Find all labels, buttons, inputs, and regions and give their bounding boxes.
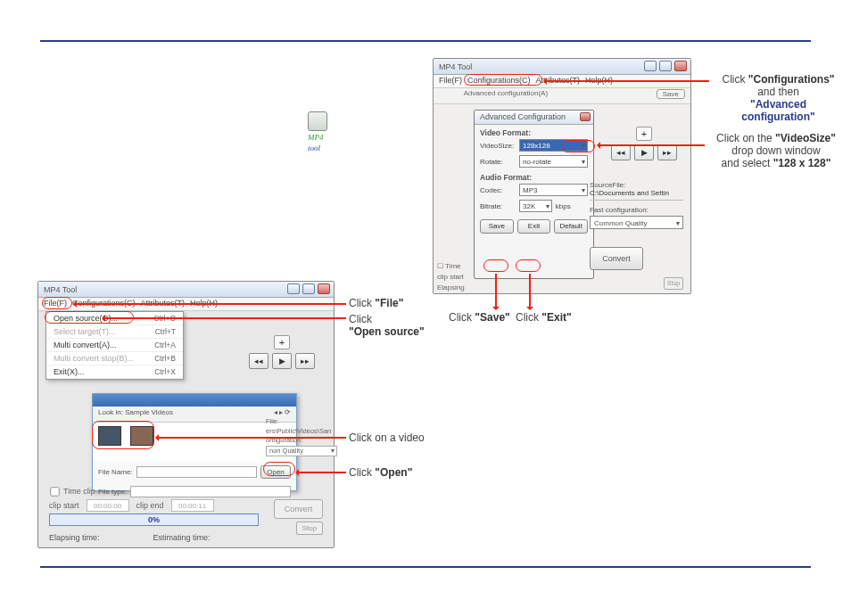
convert-button[interactable]: Convert <box>590 247 643 270</box>
arrow-video <box>156 437 346 439</box>
arrow-save <box>495 274 497 309</box>
filetype-label: File type: <box>98 488 127 496</box>
plus-button[interactable]: + <box>636 127 652 141</box>
top-rule <box>40 40 811 42</box>
menu-configurations[interactable]: Configurations(C) <box>467 76 531 86</box>
annotation-file: Click "File" <box>349 297 403 309</box>
forward-button[interactable]: ▸▸ <box>657 144 677 160</box>
close-button[interactable] <box>318 283 330 294</box>
audio-format-heading: Audio Format: <box>475 169 593 182</box>
video-format-heading: Video Format: <box>475 125 593 137</box>
arrow-open-source <box>103 317 346 319</box>
toolbar-adv-link[interactable]: Advanced configuration(A) <box>464 89 548 97</box>
minimize-button[interactable] <box>644 61 657 71</box>
dialog-title: Advanced Configuration <box>475 111 593 125</box>
rotate-select[interactable]: no-rotate <box>519 155 588 168</box>
annotation-open: Click "Open" <box>349 466 412 479</box>
progress-bar: 0% <box>49 513 259 526</box>
playback-controls: + ◂◂ ▶ ▸▸ <box>607 127 682 160</box>
arrow-file <box>74 303 346 305</box>
close-icon[interactable] <box>580 112 591 121</box>
play-button[interactable]: ▶ <box>634 144 654 160</box>
window-titlebar: MP4 Tool <box>38 282 334 298</box>
toolbar: Advanced configuration(A) Save <box>434 88 690 104</box>
annotation-save: Click "Save" <box>449 311 510 324</box>
menu-item-open-source[interactable]: Open source(O)...Ctrl+O <box>46 312 183 325</box>
window-title: MP4 Tool <box>44 285 77 294</box>
annotation-open-source: Click"Open source" <box>349 313 425 338</box>
clipstart-label: clip start <box>437 273 464 281</box>
videosize-label: VideoSize: <box>480 142 516 150</box>
arrow-configurations <box>544 80 709 82</box>
annotation-exit: Click "Exit" <box>516 311 572 324</box>
elapsing-row: Elapsing time: Estimating time: <box>49 533 211 542</box>
menu-bar[interactable]: File(F) Configurations(C) Attributes(T) … <box>434 75 690 88</box>
forward-button[interactable]: ▸▸ <box>295 353 315 369</box>
dlg-save-button[interactable]: Save <box>480 219 514 234</box>
bitrate-label: Bitrate: <box>480 202 516 210</box>
clipend-value[interactable]: 00:00:11 <box>171 499 214 512</box>
screenshot-advanced-config: MP4 Tool File(F) Configurations(C) Attri… <box>433 58 691 294</box>
menu-item-select-target[interactable]: Select target(T)...Ctrl+T <box>46 325 183 339</box>
videosize-select[interactable]: 128x128 <box>519 139 588 152</box>
bitrate-select[interactable]: 32K <box>519 200 552 212</box>
content-area: Advanced Configuration Video Format: Vid… <box>434 104 690 293</box>
elapsing-label: Elapsing <box>437 283 465 292</box>
window-titlebar: MP4 Tool <box>434 59 690 75</box>
fastcfg-label: Fast configuration: <box>590 206 683 214</box>
stop-button[interactable]: Stop <box>296 522 323 535</box>
filetype-input[interactable] <box>130 486 291 497</box>
filename-label: File Name: <box>98 468 133 476</box>
timeclip-checkbox[interactable]: Time clip <box>49 486 95 497</box>
close-button[interactable] <box>674 61 687 71</box>
annotation-configurations: Click "Configurations" and then "Advance… <box>714 73 843 123</box>
arrow-videosize <box>598 144 705 146</box>
rewind-button[interactable]: ◂◂ <box>249 353 269 369</box>
menu-item-multi-convert-stop[interactable]: Multi convert stop(B)...Ctrl+B <box>46 352 183 365</box>
clipstart-value[interactable]: 00:00:00 <box>87 499 129 512</box>
save-button[interactable]: Save <box>657 89 685 99</box>
playback-controls: + ◂◂ ▶ ▸▸ <box>244 335 319 369</box>
codec-label: Codec: <box>480 186 516 194</box>
sourcefile-label: SourceFile: <box>590 181 683 189</box>
dlg-exit-button[interactable]: Exit <box>517 219 551 234</box>
maximize-button[interactable] <box>302 283 315 294</box>
screenshot-open-source: MP4 Tool File(F) Configurations(C) Attri… <box>37 281 335 548</box>
window-title: MP4 Tool <box>439 62 472 71</box>
sourcefile-value: C:\Documents and Settin <box>590 189 683 201</box>
advanced-config-dialog: Advanced Configuration Video Format: Vid… <box>474 110 594 279</box>
clip-range-row: clip start 00:00:00 clip end 00:00:11 <box>49 499 214 512</box>
rewind-button[interactable]: ◂◂ <box>611 144 631 160</box>
menu-item-multi-convert[interactable]: Multi convert(A)...Ctrl+A <box>46 339 183 352</box>
bottom-rule <box>40 566 811 568</box>
menu-item-exit[interactable]: Exit(X)...Ctrl+X <box>46 365 183 379</box>
dlg-default-button[interactable]: Default <box>554 219 588 234</box>
file-dropdown-menu: Open source(O)...Ctrl+O Select target(T)… <box>45 311 184 380</box>
codec-select[interactable]: MP3 <box>519 184 588 196</box>
open-button[interactable]: Open <box>260 465 291 479</box>
video-thumbnail[interactable] <box>98 426 121 446</box>
timeclip-checkbox[interactable]: ☐ Time <box>437 262 461 270</box>
menu-file[interactable]: File(F) <box>439 76 462 86</box>
plus-button[interactable]: + <box>274 335 290 349</box>
minimize-button[interactable] <box>287 283 300 294</box>
arrow-exit <box>529 274 531 309</box>
bitrate-unit: kbps <box>556 202 571 210</box>
annotation-videosize: Click on the "VideoSize" drop down windo… <box>705 132 847 169</box>
annotation-click-video: Click on a video <box>349 431 425 444</box>
rotate-label: Rotate: <box>480 158 516 166</box>
maximize-button[interactable] <box>659 61 672 71</box>
mp4-tool-icon: MP4tool <box>308 111 340 152</box>
menu-file[interactable]: File(F) <box>44 299 67 309</box>
menu-bar[interactable]: File(F) Configurations(C) Attributes(T) … <box>38 298 334 311</box>
fastcfg-select[interactable]: Common Quality <box>590 216 683 229</box>
convert-button[interactable]: Convert <box>274 499 323 519</box>
arrow-open <box>296 472 346 473</box>
video-thumbnail[interactable] <box>130 426 153 446</box>
file-dialog-titlebar <box>93 394 296 407</box>
right-panel: SourceFile: C:\Documents and Settin Fast… <box>590 176 683 270</box>
stop-button[interactable]: Stop <box>664 277 683 290</box>
play-button[interactable]: ▶ <box>272 353 292 369</box>
filename-input[interactable] <box>136 466 257 478</box>
